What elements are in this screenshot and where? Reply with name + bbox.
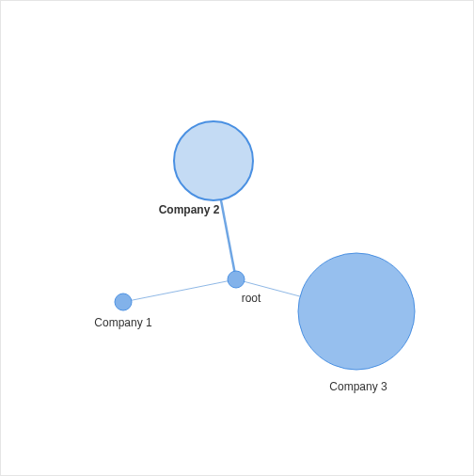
graph-node-label-company3: Company 3 bbox=[329, 380, 387, 393]
network-graph-panel[interactable]: rootCompany 1Company 2Company 3 bbox=[0, 0, 474, 476]
graph-node-company2[interactable] bbox=[174, 121, 253, 200]
graph-node-company3[interactable] bbox=[298, 253, 415, 370]
graph-edge bbox=[123, 279, 236, 302]
graph-node-label-company2: Company 2 bbox=[159, 203, 220, 216]
graph-node-label-company1: Company 1 bbox=[94, 316, 151, 329]
graph-node-root[interactable] bbox=[228, 271, 245, 288]
graph-canvas[interactable] bbox=[1, 1, 474, 476]
graph-node-label-root: root bbox=[242, 292, 261, 305]
graph-node-company1[interactable] bbox=[115, 294, 132, 310]
